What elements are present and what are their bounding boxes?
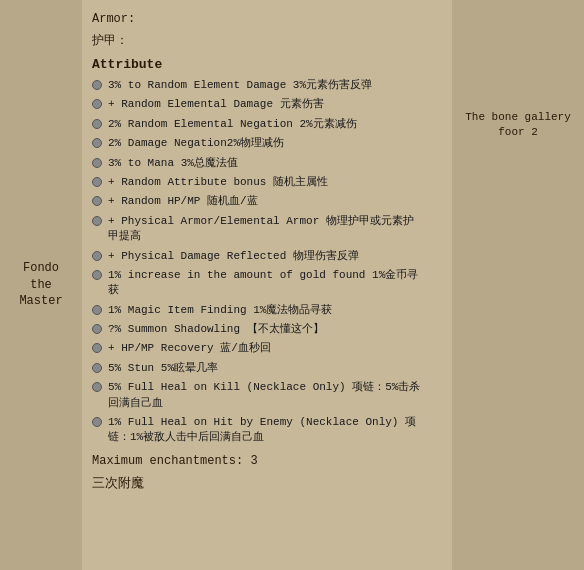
- left-sidebar: Fondo the Master: [0, 0, 82, 570]
- item-text: 3% to Random Element Damage 3%元素伤害反弹: [108, 78, 372, 93]
- list-item: + Random Attribute bonus 随机主属性: [92, 175, 422, 190]
- bullet-icon: [92, 382, 102, 392]
- list-item: + Physical Armor/Elemental Armor 物理护甲或元素…: [92, 214, 422, 245]
- item-text: 1% increase in the amount of gold found …: [108, 268, 422, 299]
- bullet-icon: [92, 80, 102, 90]
- bullet-icon: [92, 177, 102, 187]
- three-enchant: 三次附魔: [92, 474, 422, 492]
- list-item: 3% to Random Element Damage 3%元素伤害反弹: [92, 78, 422, 93]
- item-text: 2% Damage Negation2%物理减伤: [108, 136, 284, 151]
- bullet-icon: [92, 251, 102, 261]
- list-item: 1% Full Heal on Hit by Enemy (Necklace O…: [92, 415, 422, 446]
- bullet-icon: [92, 99, 102, 109]
- max-enchantments: Maximum enchantments: 3: [92, 454, 422, 468]
- list-item: 2% Random Elemental Negation 2%元素减伤: [92, 117, 422, 132]
- item-text: + Random HP/MP 随机血/蓝: [108, 194, 258, 209]
- right-panel-text: The bone gallery foor 2: [460, 110, 576, 141]
- list-item: + Random Elemental Damage 元素伤害: [92, 97, 422, 112]
- bullet-icon: [92, 158, 102, 168]
- item-text: + HP/MP Recovery 蓝/血秒回: [108, 341, 271, 356]
- bullet-icon: [92, 270, 102, 280]
- armor-chinese: 护甲：: [92, 32, 422, 49]
- bullet-icon: [92, 417, 102, 427]
- item-text: 3% to Mana 3%总魔法值: [108, 156, 238, 171]
- item-text: 1% Full Heal on Hit by Enemy (Necklace O…: [108, 415, 422, 446]
- bullet-icon: [92, 216, 102, 226]
- bullet-icon: [92, 324, 102, 334]
- attribute-label: Attribute: [92, 57, 422, 72]
- bullet-icon: [92, 138, 102, 148]
- list-item: 2% Damage Negation2%物理减伤: [92, 136, 422, 151]
- bullet-icon: [92, 119, 102, 129]
- item-text: 1% Magic Item Finding 1%魔法物品寻获: [108, 303, 332, 318]
- right-panel: The bone gallery foor 2: [452, 0, 584, 570]
- bullet-icon: [92, 196, 102, 206]
- item-list: 3% to Random Element Damage 3%元素伤害反弹 + R…: [92, 78, 422, 446]
- list-item: + Physical Damage Reflected 物理伤害反弹: [92, 249, 422, 264]
- item-text: 2% Random Elemental Negation 2%元素减伤: [108, 117, 357, 132]
- armor-header: Armor:: [92, 12, 422, 26]
- item-text: + Random Attribute bonus 随机主属性: [108, 175, 328, 190]
- list-item: + HP/MP Recovery 蓝/血秒回: [92, 341, 422, 356]
- list-item: + Random HP/MP 随机血/蓝: [92, 194, 422, 209]
- list-item: 3% to Mana 3%总魔法值: [92, 156, 422, 171]
- item-text: ?% Summon Shadowling 【不太懂这个】: [108, 322, 324, 337]
- list-item: 1% increase in the amount of gold found …: [92, 268, 422, 299]
- item-text: + Physical Armor/Elemental Armor 物理护甲或元素…: [108, 214, 422, 245]
- item-text: + Physical Damage Reflected 物理伤害反弹: [108, 249, 359, 264]
- list-item: 5% Full Heal on Kill (Necklace Only) 项链：…: [92, 380, 422, 411]
- list-item: 5% Stun 5%眩晕几率: [92, 361, 422, 376]
- item-text: 5% Stun 5%眩晕几率: [108, 361, 218, 376]
- list-item: ?% Summon Shadowling 【不太懂这个】: [92, 322, 422, 337]
- bullet-icon: [92, 343, 102, 353]
- sidebar-title: Fondo the Master: [10, 260, 72, 310]
- bullet-icon: [92, 305, 102, 315]
- item-text: + Random Elemental Damage 元素伤害: [108, 97, 324, 112]
- main-content: Armor: 护甲： Attribute 3% to Random Elemen…: [82, 0, 432, 570]
- bullet-icon: [92, 363, 102, 373]
- page-container: Fondo the Master Armor: 护甲： Attribute 3%…: [0, 0, 584, 570]
- list-item: 1% Magic Item Finding 1%魔法物品寻获: [92, 303, 422, 318]
- item-text: 5% Full Heal on Kill (Necklace Only) 项链：…: [108, 380, 422, 411]
